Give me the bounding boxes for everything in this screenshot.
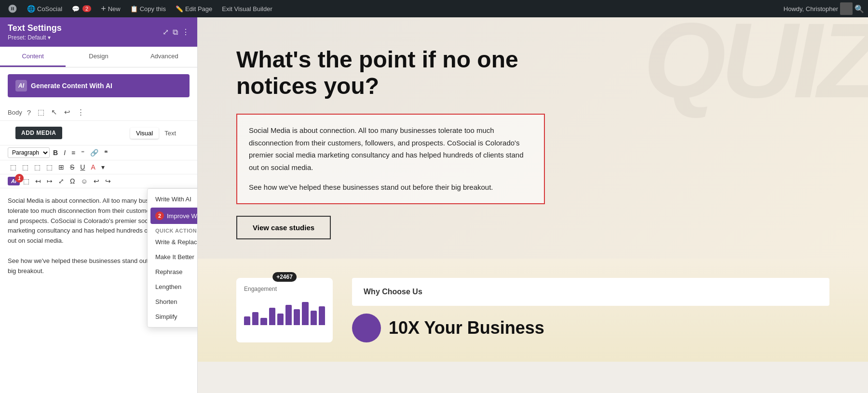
copy-label: Copy this <box>140 5 166 13</box>
ai-dropdown-menu: Write With AI 2 Improve With AI Quick Ac… <box>147 188 198 328</box>
comments-link[interactable]: 💬 2 <box>68 0 95 17</box>
new-label: New <box>108 5 121 13</box>
edit-icon: ✏️ <box>176 5 183 13</box>
panel-title-group: Text Settings Preset: Default ▾ <box>8 23 62 41</box>
bar-4 <box>269 308 275 325</box>
admin-bar-right: Howdy, Christopher 🔍 <box>784 2 864 15</box>
add-media-button[interactable]: ADD MEDIA <box>15 127 62 139</box>
ai-badge-1: 1 <box>15 174 24 183</box>
write-with-ai-option[interactable]: Write With AI <box>148 192 198 207</box>
cursor-icon[interactable]: ↖ <box>49 107 59 118</box>
main-layout: Text Settings Preset: Default ▾ ⤢ ⧉ ⋮ Co… <box>0 17 868 393</box>
comments-icon: 💬 <box>72 5 80 13</box>
color-down-button[interactable]: ▾ <box>99 162 107 172</box>
tab-design[interactable]: Design <box>66 47 131 67</box>
align-center-button[interactable]: ⬚ <box>20 162 31 172</box>
ten-x-section: 10X Your Business <box>352 314 829 342</box>
rephrase-option[interactable]: Rephrase <box>148 264 198 279</box>
split-icon[interactable]: ⧉ <box>173 28 178 37</box>
format-toolbar-3: AI 1 ⬚ ↤ ↦ ⤢ Ω ☺ ↩ ↪ <box>0 174 197 188</box>
fullscreen-button[interactable]: ⤢ <box>56 176 67 186</box>
quick-actions-label: Quick Actions <box>148 225 198 235</box>
indent-in-button[interactable]: ↦ <box>44 176 55 186</box>
simplify-option[interactable]: Simplify <box>148 309 198 324</box>
bar-5 <box>277 314 284 325</box>
color-button[interactable]: A <box>88 162 97 172</box>
unordered-list-button[interactable]: ≡ <box>69 148 78 157</box>
edit-page-link[interactable]: ✏️ Edit Page <box>172 0 216 17</box>
ai-icon: AI <box>15 80 27 92</box>
expand-icon[interactable]: ⤢ <box>163 27 169 37</box>
search-icon[interactable]: 🔍 <box>854 4 864 13</box>
align-left-button[interactable]: ⬚ <box>8 162 19 172</box>
admin-bar: 🌐 CoSocial 💬 2 + New 📋 Copy this ✏️ Edit… <box>0 0 868 17</box>
strikethrough-button[interactable]: S <box>68 162 77 172</box>
link-button[interactable]: 🔗 <box>88 148 101 157</box>
tab-advanced[interactable]: Advanced <box>132 47 197 67</box>
purple-circle-icon <box>352 314 381 342</box>
engagement-label: Engagement <box>244 286 325 292</box>
undo-icon[interactable]: ↩ <box>62 107 72 118</box>
align-justify-button[interactable]: ⬚ <box>44 162 55 172</box>
bar-1 <box>244 316 250 325</box>
more-icon[interactable]: ⋮ <box>182 27 190 37</box>
format-toolbar-2: ⬚ ⬚ ⬚ ⬚ ⊞ S U A ▾ <box>0 160 197 174</box>
indent-out-button[interactable]: ↤ <box>33 176 43 186</box>
ai-small-button[interactable]: AI 1 <box>8 177 20 185</box>
bar-6 <box>285 305 292 325</box>
cta-button[interactable]: View case studies <box>236 216 331 239</box>
howdy-text: Howdy, Christopher <box>784 5 838 13</box>
blockquote-button[interactable]: ❝ <box>102 148 110 157</box>
why-choose-box: Why Choose Us <box>352 278 829 306</box>
wordpress-link[interactable] <box>4 0 21 17</box>
new-link[interactable]: + New <box>97 0 124 17</box>
make-better-option[interactable]: Make It Better <box>148 249 198 264</box>
ordered-list-button[interactable]: ⁼ <box>79 148 87 157</box>
visual-text-tabs: Visual Text <box>122 128 190 139</box>
preview-paragraph-1: Social Media is about connection. All to… <box>249 124 532 173</box>
copy-link[interactable]: 📋 Copy this <box>126 0 170 17</box>
body-label: Body <box>8 109 22 116</box>
text-tab[interactable]: Text <box>159 128 182 139</box>
paragraph-select[interactable]: Paragraph <box>8 147 50 158</box>
align-right-button[interactable]: ⬚ <box>32 162 43 172</box>
copy-icon: 📋 <box>130 5 138 13</box>
why-choose-section: Why Choose Us 10X Your Business <box>352 278 829 342</box>
visual-tab[interactable]: Visual <box>130 128 159 139</box>
comments-count: 2 <box>82 5 91 12</box>
redo-editor-button[interactable]: ↪ <box>103 176 113 186</box>
generate-content-button[interactable]: AI Generate Content With AI <box>8 74 190 97</box>
cosocial-link[interactable]: 🌐 CoSocial <box>23 0 66 17</box>
edit-page-label: Edit Page <box>185 5 212 13</box>
engagement-chart <box>244 296 325 325</box>
cosocial-label: CoSocial <box>37 5 62 13</box>
bottom-section: +2467 Engagement <box>198 259 868 362</box>
exit-builder-link[interactable]: Exit Visual Builder <box>218 0 276 17</box>
special-chars-button[interactable]: Ω <box>68 176 77 186</box>
help-icon[interactable]: ? <box>25 107 33 118</box>
mobile-icon[interactable]: ⬚ <box>36 107 46 118</box>
generate-btn-label: Generate Content With AI <box>31 82 112 90</box>
italic-button[interactable]: I <box>61 148 68 157</box>
improve-with-ai-option[interactable]: 2 Improve With AI <box>150 208 198 224</box>
lengthen-option[interactable]: Lengthen <box>148 279 198 294</box>
tab-content[interactable]: Content <box>0 47 66 67</box>
wp-icon <box>8 4 17 13</box>
emoji-button[interactable]: ☺ <box>78 176 90 186</box>
write-replace-option[interactable]: Write & Replace <box>148 235 198 249</box>
shorten-option[interactable]: Shorten <box>148 294 198 309</box>
bold-button[interactable]: B <box>51 148 60 157</box>
editor-toolbar-row1: Body ? ⬚ ↖ ↩ ⋮ <box>0 104 197 121</box>
underline-button[interactable]: U <box>78 162 87 172</box>
undo-editor-button[interactable]: ↩ <box>91 176 102 186</box>
panel-header: Text Settings Preset: Default ▾ ⤢ ⧉ ⋮ <box>0 17 197 47</box>
panel-preset: Preset: Default ▾ <box>8 34 62 41</box>
panel-tabs: Content Design Advanced <box>0 47 197 67</box>
media-visual-row: ADD MEDIA Visual Text <box>0 121 197 145</box>
format-toolbar-1: Paragraph B I ≡ ⁼ 🔗 ❝ <box>0 145 197 160</box>
table-button[interactable]: ⊞ <box>56 162 67 172</box>
more-options-icon[interactable]: ⋮ <box>75 107 86 118</box>
bar-10 <box>319 306 325 325</box>
bar-7 <box>294 309 300 325</box>
panel-header-icons: ⤢ ⧉ ⋮ <box>163 27 190 37</box>
